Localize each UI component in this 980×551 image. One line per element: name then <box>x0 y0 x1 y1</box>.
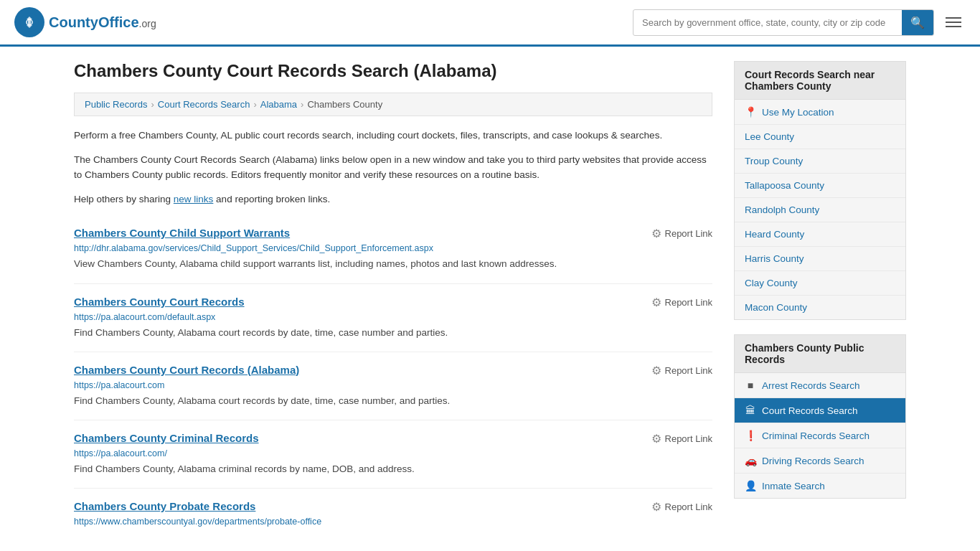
sidebar-icon: ■ <box>745 380 756 391</box>
sidebar-link-label: Driving Records Search <box>762 456 864 466</box>
record-desc: Find Chambers County, Alabama court reco… <box>74 394 712 408</box>
record-title[interactable]: Chambers County Court Records <box>74 296 245 308</box>
page-title: Chambers County Court Records Search (Al… <box>74 61 712 81</box>
sidebar-link-label: Inmate Search <box>762 481 825 491</box>
record-header: Chambers County Court Records (Alabama) … <box>74 364 712 377</box>
sidebar-icon: 👤 <box>745 480 756 491</box>
sidebar-link-label: Criminal Records Search <box>762 430 870 441</box>
report-link[interactable]: ⚙ Report Link <box>651 227 712 240</box>
header-right: 🔍 <box>633 9 966 36</box>
breadcrumb: Public Records › Court Records Search › … <box>74 93 712 116</box>
site-header: CountyOffice.org 🔍 <box>0 0 980 47</box>
record-url[interactable]: https://pa.alacourt.com/ <box>74 448 712 458</box>
breadcrumb-court-records-search[interactable]: Court Records Search <box>158 99 250 110</box>
description-p3: Help others by sharing new links and rep… <box>74 192 712 207</box>
public-record-link[interactable]: ❗Criminal Records Search <box>735 423 905 448</box>
report-icon: ⚙ <box>651 364 661 377</box>
record-url[interactable]: http://dhr.alabama.gov/services/Child_Su… <box>74 243 712 253</box>
report-label: Report Link <box>665 433 712 444</box>
report-link[interactable]: ⚙ Report Link <box>651 432 712 446</box>
search-button[interactable]: 🔍 <box>902 10 933 35</box>
near-section: Court Records Search near Chambers Count… <box>734 61 906 320</box>
record-title[interactable]: Chambers County Child Support Warrants <box>74 227 290 239</box>
sidebar-icon: 🏛 <box>745 405 756 416</box>
report-link[interactable]: ⚙ Report Link <box>651 296 712 309</box>
record-url[interactable]: https://pa.alacourt.com/default.aspx <box>74 312 712 322</box>
record-title[interactable]: Chambers County Court Records (Alabama) <box>74 364 299 376</box>
sidebar-icon: ❗ <box>745 430 756 441</box>
report-link[interactable]: ⚙ Report Link <box>651 364 712 377</box>
record-url[interactable]: https://www.chamberscountyal.gov/departm… <box>74 517 712 527</box>
public-records-header: Chambers County Public Records <box>735 335 905 373</box>
breadcrumb-alabama[interactable]: Alabama <box>260 99 297 110</box>
report-label: Report Link <box>665 501 712 512</box>
hamburger-menu[interactable] <box>941 13 966 32</box>
near-county-link[interactable]: Macon County <box>735 296 905 319</box>
search-input[interactable] <box>633 11 902 34</box>
report-label: Report Link <box>665 228 712 239</box>
record-item: Chambers County Criminal Records ⚙ Repor… <box>74 420 712 489</box>
search-bar: 🔍 <box>633 9 934 36</box>
near-county-link[interactable]: Lee County <box>735 125 905 149</box>
breadcrumb-public-records[interactable]: Public Records <box>85 99 147 110</box>
report-icon: ⚙ <box>651 432 661 446</box>
logo[interactable]: CountyOffice.org <box>14 7 156 37</box>
near-county-link[interactable]: Randolph County <box>735 198 905 222</box>
public-records-section: Chambers County Public Records ■Arrest R… <box>734 334 906 499</box>
report-label: Report Link <box>665 297 712 308</box>
near-county-link[interactable]: Harris County <box>735 247 905 271</box>
location-icon: 📍 <box>745 106 756 118</box>
record-header: Chambers County Court Records ⚙ Report L… <box>74 296 712 309</box>
record-header: Chambers County Criminal Records ⚙ Repor… <box>74 432 712 446</box>
description-p1: Perform a free Chambers County, AL publi… <box>74 128 712 143</box>
main-content: Chambers County Court Records Search (Al… <box>74 61 712 542</box>
public-record-link[interactable]: 🏛Court Records Search <box>735 398 905 423</box>
sidebar-icon: 🚗 <box>745 455 756 466</box>
sidebar: Court Records Search near Chambers Count… <box>734 61 906 542</box>
near-county-link[interactable]: Troup County <box>735 149 905 174</box>
record-url[interactable]: https://pa.alacourt.com <box>74 380 712 390</box>
record-header: Chambers County Child Support Warrants ⚙… <box>74 227 712 240</box>
record-item: Chambers County Court Records ⚙ Report L… <box>74 284 712 352</box>
near-section-header: Court Records Search near Chambers Count… <box>735 62 905 100</box>
main-container: Chambers County Court Records Search (Al… <box>60 47 920 551</box>
record-item: Chambers County Court Records (Alabama) … <box>74 352 712 420</box>
record-item: Chambers County Probate Records ⚙ Report… <box>74 489 712 542</box>
new-links-link[interactable]: new links <box>174 194 214 204</box>
report-link[interactable]: ⚙ Report Link <box>651 500 712 514</box>
record-title[interactable]: Chambers County Criminal Records <box>74 432 259 444</box>
breadcrumb-current: Chambers County <box>307 99 382 110</box>
logo-text: CountyOffice.org <box>49 14 156 31</box>
description-p2: The Chambers County Court Records Search… <box>74 152 712 183</box>
near-county-link[interactable]: Clay County <box>735 271 905 296</box>
near-county-link[interactable]: Tallapoosa County <box>735 174 905 198</box>
sidebar-link-label: Arrest Records Search <box>762 380 860 391</box>
record-title[interactable]: Chambers County Probate Records <box>74 500 255 512</box>
report-label: Report Link <box>665 365 712 376</box>
public-records-body: ■Arrest Records Search🏛Court Records Sea… <box>735 373 905 498</box>
use-my-location-link[interactable]: 📍 Use My Location <box>735 100 905 125</box>
record-desc: Find Chambers County, Alabama court reco… <box>74 326 712 340</box>
report-icon: ⚙ <box>651 500 661 514</box>
record-desc: View Chambers County, Alabama child supp… <box>74 257 712 271</box>
record-desc: Find Chambers County, Alabama criminal r… <box>74 462 712 476</box>
near-county-link[interactable]: Heard County <box>735 222 905 247</box>
report-icon: ⚙ <box>651 296 661 309</box>
public-record-link[interactable]: 🚗Driving Records Search <box>735 448 905 474</box>
sidebar-link-label: Court Records Search <box>762 405 858 416</box>
record-header: Chambers County Probate Records ⚙ Report… <box>74 500 712 514</box>
report-icon: ⚙ <box>651 227 661 240</box>
records-list: Chambers County Child Support Warrants ⚙… <box>74 215 712 542</box>
public-record-link[interactable]: 👤Inmate Search <box>735 474 905 498</box>
logo-icon <box>14 7 44 37</box>
public-record-link[interactable]: ■Arrest Records Search <box>735 373 905 398</box>
near-section-body: 📍 Use My Location Lee CountyTroup County… <box>735 100 905 319</box>
record-item: Chambers County Child Support Warrants ⚙… <box>74 215 712 283</box>
